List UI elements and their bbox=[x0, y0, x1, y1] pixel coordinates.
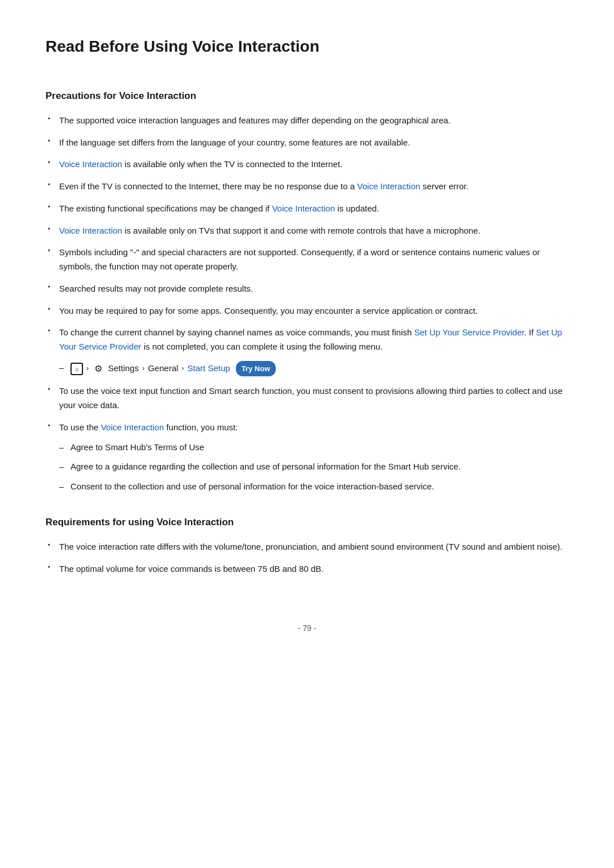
list-item: Even if the TV is connected to the Inter… bbox=[45, 180, 569, 194]
sub-requirements-list: Agree to Smart Hub's Terms of Use Agree … bbox=[59, 441, 569, 494]
try-now-badge[interactable]: Try Now bbox=[236, 361, 276, 376]
navigation-path: ⌂ › ⚙ Settings › General › Start Setup T… bbox=[70, 361, 569, 376]
list-item: Voice Interaction is available only when… bbox=[45, 157, 569, 172]
list-item: The supported voice interaction language… bbox=[45, 114, 569, 128]
list-item: The optimal volume for voice commands is… bbox=[45, 562, 569, 576]
start-setup-label: Start Setup bbox=[188, 362, 230, 376]
list-item: Voice Interaction is available only on T… bbox=[45, 224, 569, 238]
sub-list-item: Consent to the collection and use of per… bbox=[59, 480, 569, 494]
list-item: The voice interaction rate differs with … bbox=[45, 540, 569, 554]
precautions-list: The supported voice interaction language… bbox=[45, 114, 569, 494]
home-icon: ⌂ bbox=[70, 363, 83, 375]
list-item: Symbols including "-" and special charac… bbox=[45, 246, 569, 274]
list-item: If the language set differs from the lan… bbox=[45, 136, 569, 150]
page-title: Read Before Using Voice Interaction bbox=[45, 34, 569, 65]
requirements-title: Requirements for using Voice Interaction bbox=[45, 514, 569, 530]
nav-path-item: ⌂ › ⚙ Settings › General › Start Setup T… bbox=[59, 361, 569, 376]
list-item: Searched results may not provide complet… bbox=[45, 282, 569, 296]
chevron-icon: › bbox=[142, 363, 144, 375]
voice-interaction-link[interactable]: Voice Interaction bbox=[59, 226, 122, 235]
page-number: - 79 - bbox=[298, 624, 317, 633]
precautions-title: Precautions for Voice Interaction bbox=[45, 88, 569, 103]
list-item: You may be required to pay for some apps… bbox=[45, 304, 569, 318]
chevron-icon: › bbox=[86, 363, 89, 375]
voice-interaction-link[interactable]: Voice Interaction bbox=[101, 422, 164, 432]
requirements-section: Requirements for using Voice Interaction… bbox=[45, 514, 569, 576]
nav-path-list: ⌂ › ⚙ Settings › General › Start Setup T… bbox=[59, 361, 569, 376]
settings-label: Settings bbox=[108, 362, 139, 376]
settings-icon: ⚙ bbox=[92, 363, 105, 375]
chevron-icon: › bbox=[182, 363, 184, 375]
precautions-section: Precautions for Voice Interaction The su… bbox=[45, 88, 569, 494]
voice-interaction-link[interactable]: Voice Interaction bbox=[272, 203, 335, 213]
sub-list-item: Agree to a guidance regarding the collec… bbox=[59, 460, 569, 474]
list-item: To use the voice text input function and… bbox=[45, 384, 569, 413]
list-item: The existing functional specifications m… bbox=[45, 202, 569, 216]
requirements-list: The voice interaction rate differs with … bbox=[45, 540, 569, 576]
voice-interaction-link[interactable]: Voice Interaction bbox=[59, 159, 122, 169]
page-footer: - 79 - bbox=[45, 622, 569, 634]
set-up-service-provider-link[interactable]: Set Up Your Service Provider bbox=[414, 327, 524, 337]
list-item: To change the current channel by saying … bbox=[45, 326, 569, 376]
general-label: General bbox=[148, 362, 178, 376]
list-item: To use the Voice Interaction function, y… bbox=[45, 421, 569, 494]
sub-list-item: Agree to Smart Hub's Terms of Use bbox=[59, 441, 569, 455]
voice-interaction-link[interactable]: Voice Interaction bbox=[357, 181, 420, 191]
